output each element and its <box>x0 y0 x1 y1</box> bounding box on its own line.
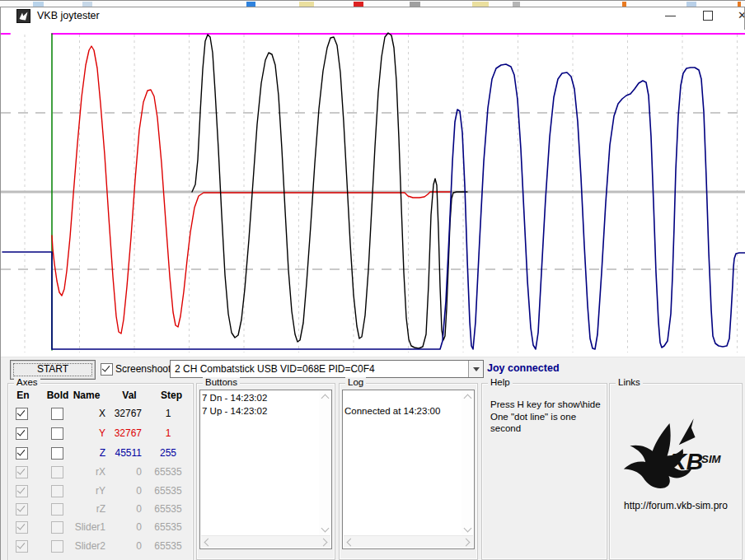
vkb-joytester-app: VKB joytester ✕ START Screenshoot 2 CH C… <box>0 0 745 560</box>
axis-name: Y <box>66 427 105 439</box>
scroll-left-icon[interactable] <box>204 539 213 547</box>
axis-step: 65535 <box>147 503 190 515</box>
axes-group-title: Axes <box>14 377 40 387</box>
axis-name: Z <box>66 447 105 459</box>
axis-value: 0 <box>107 540 142 552</box>
minimize-icon <box>665 16 676 16</box>
axis-step: 65535 <box>147 466 190 478</box>
bold-checkbox-y[interactable] <box>51 427 63 440</box>
vkb-app-icon <box>16 9 30 23</box>
log-list[interactable]: Connected at 14:23:00 <box>342 390 475 549</box>
bold-checkbox-rx <box>51 466 63 478</box>
axis-value: 45511 <box>107 447 142 459</box>
axis-value: 32767 <box>107 427 142 439</box>
log-entry-item[interactable]: Connected at 14:23:00 <box>344 405 460 418</box>
screenshot-checkbox[interactable] <box>101 363 113 376</box>
log-groupbox: Log Connected at 14:23:00 <box>339 383 478 560</box>
en-checkbox-ry <box>16 485 28 497</box>
en-checkbox-z[interactable] <box>16 447 28 460</box>
horizontal-scrollbar[interactable] <box>344 535 473 548</box>
axis-row-x: X 32767 1 <box>8 408 193 422</box>
axis-name: Slider1 <box>66 521 105 533</box>
axis-step: 255 <box>147 447 190 459</box>
axis-trace-chart <box>1 30 745 357</box>
application-window: VKB joytester ✕ START Screenshoot 2 CH C… <box>0 7 745 560</box>
bold-checkbox-slider2 <box>51 540 63 553</box>
scroll-down-icon[interactable] <box>321 525 330 533</box>
axes-groupbox: Axes En Bold Name Val Step X 32767 1 Y <box>7 383 194 560</box>
title-bar[interactable]: VKB joytester ✕ <box>1 7 744 23</box>
button-event-item[interactable]: 7 Up - 14:23:02 <box>202 405 317 418</box>
axis-name: X <box>66 408 105 419</box>
scroll-up-icon[interactable] <box>464 394 472 403</box>
axis-name: Slider2 <box>66 540 105 552</box>
scroll-up-icon[interactable] <box>321 394 330 403</box>
axis-value: 32767 <box>107 408 142 419</box>
column-header-en: En <box>13 390 33 401</box>
chart-svg <box>1 30 745 357</box>
button-event-item[interactable]: 7 Dn - 14:23:02 <box>202 392 317 405</box>
trace-axis-Y <box>52 46 450 334</box>
buttons-group-title: Buttons <box>203 377 240 387</box>
bold-checkbox-slider1 <box>51 521 63 534</box>
en-checkbox-rx <box>16 466 28 478</box>
axis-step: 1 <box>147 408 190 419</box>
vertical-scrollbar[interactable] <box>319 391 330 535</box>
close-icon: ✕ <box>738 9 744 21</box>
axis-step: 1 <box>147 427 190 439</box>
en-checkbox-slider1 <box>16 521 28 534</box>
device-dropdown-value: 2 CH Combatstick USB VID=068E PID=C0F4 <box>175 363 375 375</box>
scroll-right-icon[interactable] <box>462 539 471 547</box>
help-line: Press H key for show\hide <box>490 399 607 411</box>
axis-row-z: Z 45511 255 <box>8 447 193 462</box>
maximize-button[interactable] <box>697 7 719 23</box>
column-header-val: Val <box>112 390 147 401</box>
axis-name: rY <box>66 485 105 497</box>
links-groupbox: Links KB SIM http://forum.vkb-sim.pro <box>609 383 743 560</box>
en-checkbox-y[interactable] <box>16 427 28 440</box>
axis-row-rz: rZ 0 65535 <box>8 503 193 518</box>
column-header-name: Name <box>71 390 102 401</box>
column-header-step: Step <box>153 390 190 401</box>
dropdown-arrow-button[interactable] <box>468 361 483 377</box>
en-checkbox-x[interactable] <box>16 408 28 420</box>
axis-step: 65535 <box>147 521 190 533</box>
axis-name: rZ <box>66 503 105 515</box>
axis-name: rX <box>66 466 105 478</box>
help-groupbox: Help Press H key for show\hide One "dot … <box>481 383 607 560</box>
buttons-list[interactable]: 7 Dn - 14:23:02 7 Up - 14:23:02 <box>199 390 332 549</box>
log-list-items: Connected at 14:23:00 <box>344 405 460 418</box>
axis-step: 65535 <box>147 540 190 552</box>
minimize-button[interactable] <box>660 7 682 23</box>
bold-checkbox-rz <box>51 503 63 516</box>
buttons-list-items: 7 Dn - 14:23:02 7 Up - 14:23:02 <box>202 392 317 418</box>
help-group-title: Help <box>488 377 513 387</box>
vertical-scrollbar[interactable] <box>462 391 473 535</box>
en-checkbox-slider2 <box>16 540 28 553</box>
close-button[interactable]: ✕ <box>733 7 744 23</box>
scroll-down-icon[interactable] <box>464 525 472 533</box>
forum-url-link[interactable]: http://forum.vkb-sim.pro <box>610 500 742 511</box>
axis-value: 0 <box>107 485 142 497</box>
scroll-left-icon[interactable] <box>347 539 355 547</box>
axis-value: 0 <box>107 503 142 515</box>
buttons-groupbox: Buttons 7 Dn - 14:23:02 7 Up - 14:23:02 <box>196 383 335 560</box>
axis-step: 65535 <box>147 485 190 497</box>
logo-sim-text: SIM <box>701 453 721 465</box>
device-dropdown[interactable]: 2 CH Combatstick USB VID=068E PID=C0F4 <box>170 360 484 378</box>
maximize-icon <box>703 11 713 21</box>
column-header-bold: Bold <box>45 390 71 401</box>
axis-value: 0 <box>107 521 142 533</box>
scroll-right-icon[interactable] <box>320 539 328 547</box>
chevron-down-icon <box>473 367 480 375</box>
en-checkbox-rz <box>16 503 28 516</box>
trace-axis-Z <box>2 64 745 349</box>
bold-checkbox-ry <box>51 485 63 497</box>
bold-checkbox-z[interactable] <box>51 447 63 460</box>
control-panel: START Screenshoot 2 CH Combatstick USB V… <box>1 357 745 560</box>
horizontal-scrollbar[interactable] <box>201 535 330 548</box>
links-group-title: Links <box>616 377 643 387</box>
logo-kb-text: KB <box>669 449 703 475</box>
log-group-title: Log <box>345 377 366 387</box>
bold-checkbox-x[interactable] <box>51 408 63 420</box>
